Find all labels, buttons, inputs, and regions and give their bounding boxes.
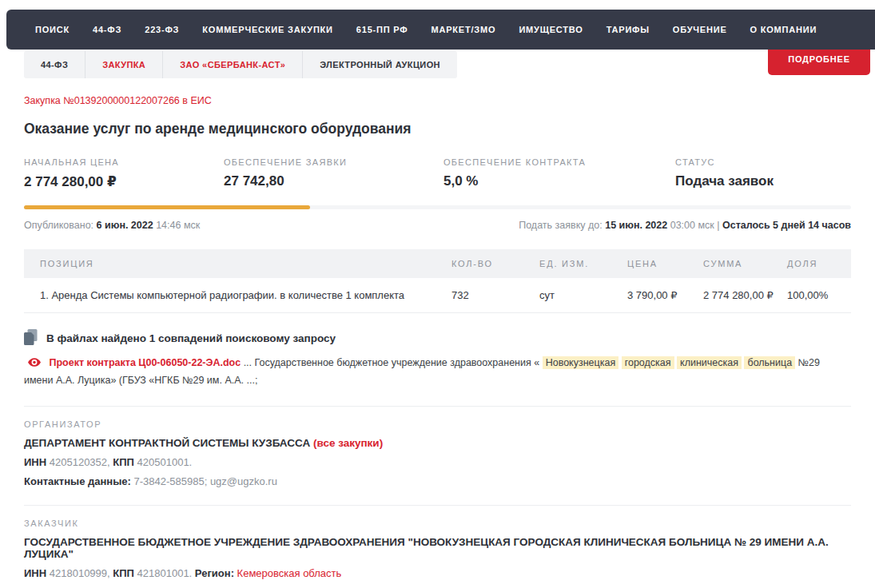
nav-item-223fz[interactable]: 223-ФЗ — [145, 25, 179, 34]
nav-item-market-zmo[interactable]: МАРКЕТ/ЗМО — [432, 25, 496, 34]
stat-contract-security: ОБЕСПЕЧЕНИЕ КОНТРАКТА 5,0 % — [443, 157, 675, 190]
files-match-text: В файлах найдено 1 совпадений поисковому… — [46, 332, 336, 344]
top-navigation: ПОИСК 44-ФЗ 223-ФЗ КОММЕРЧЕСКИЕ ЗАКУПКИ … — [6, 10, 875, 50]
stat-value: 27 742,80 — [224, 173, 443, 189]
highlighted-word: больница — [744, 356, 795, 369]
nav-item-615pp[interactable]: 615-ПП РФ — [356, 25, 408, 34]
progress-fill — [24, 205, 310, 209]
files-match-section: В файлах найдено 1 совпадений поисковому… — [24, 329, 851, 388]
cell-unit: сут — [539, 278, 627, 313]
stat-initial-price: НАЧАЛЬНАЯ ЦЕНА 2 774 280,00 ₽ — [24, 157, 224, 190]
table-header-row: ПОЗИЦИЯ КОЛ-ВО ЕД. ИЗМ. ЦЕНА СУММА ДОЛЯ — [24, 249, 851, 278]
stat-label: ОБЕСПЕЧЕНИЕ ЗАЯВКИ — [224, 157, 443, 167]
highlighted-word: городская — [622, 356, 674, 369]
purchase-title: Оказание услуг по аренде медицинского об… — [24, 121, 851, 137]
column-header-price: ЦЕНА — [627, 249, 703, 278]
nav-item-property[interactable]: ИМУЩЕСТВО — [519, 25, 583, 34]
nav-item-about[interactable]: О КОМПАНИИ — [750, 25, 817, 34]
nav-item-search[interactable]: ПОИСК — [35, 25, 70, 34]
tag-44fz[interactable]: 44-ФЗ — [24, 51, 85, 78]
customer-name: ГОСУДАРСТВЕННОЕ БЮДЖЕТНОЕ УЧРЕЖДЕНИЕ ЗДР… — [24, 536, 851, 560]
section-divider — [24, 505, 851, 506]
customer-section: ЗАКАЗЧИК ГОСУДАРСТВЕННОЕ БЮДЖЕТНОЕ УЧРЕЖ… — [24, 518, 851, 588]
files-match-header: В файлах найдено 1 совпадений поисковому… — [24, 329, 851, 348]
tag-platform-sberbank-ast[interactable]: ЗАО «СБЕРБАНК-АСТ» — [162, 51, 302, 78]
cell-quantity: 732 — [451, 278, 539, 313]
column-header-quantity: КОЛ-ВО — [451, 249, 539, 278]
organizer-inn-kpp: ИНН 4205120352, КПП 420501001. — [24, 456, 851, 468]
cell-price: 3 790,00 ₽ — [627, 278, 703, 313]
section-divider — [24, 406, 851, 407]
nav-item-44fz[interactable]: 44-ФЗ — [93, 25, 121, 34]
page: ПОИСК 44-ФЗ 223-ФЗ КОММЕРЧЕСКИЕ ЗАКУПКИ … — [0, 0, 875, 588]
nav-item-training[interactable]: ОБУЧЕНИЕ — [673, 25, 727, 34]
tag-electronic-auction[interactable]: ЭЛЕКТРОННЫЙ АУКЦИОН — [302, 51, 457, 78]
highlighted-word: клиническая — [677, 356, 742, 369]
status-badge: Подача заявок — [675, 173, 851, 189]
organizer-section-label: ОРГАНИЗАТОР — [24, 419, 851, 429]
organizer-contacts: Контактные данные: 7-3842-585985; ugz@ug… — [24, 475, 851, 487]
snippet-before: ... Государственное бюджетное учреждение… — [244, 357, 540, 368]
dates-row: Опубликовано: 6 июн. 2022 14:46 мск Пода… — [24, 220, 851, 231]
tag-purchase[interactable]: ЗАКУПКА — [85, 51, 162, 78]
cell-sum: 2 774 280,00 ₽ — [703, 278, 787, 313]
organizer-section: ОРГАНИЗАТОР ДЕПАРТАМЕНТ КОНТРАКТНОЙ СИСТ… — [24, 419, 851, 487]
stats-row: НАЧАЛЬНАЯ ЦЕНА 2 774 280,00 ₽ ОБЕСПЕЧЕНИ… — [24, 157, 851, 190]
highlighted-word: Новокузнецкая — [543, 356, 619, 369]
eye-icon[interactable] — [28, 358, 43, 369]
file-match-line: Проект контракта Ц00-06050-22-ЭА.doc ...… — [24, 355, 851, 388]
file-link[interactable]: Проект контракта Ц00-06050-22-ЭА.doc — [49, 357, 241, 368]
stat-label: ОБЕСПЕЧЕНИЕ КОНТРАКТА — [443, 157, 675, 167]
column-header-share: ДОЛЯ — [787, 249, 851, 278]
region-link[interactable]: Кемеровская область — [237, 567, 342, 579]
customer-inn-kpp-region: ИНН 4218010999, КПП 421801001. Регион: К… — [24, 567, 851, 579]
stat-bid-security: ОБЕСПЕЧЕНИЕ ЗАЯВКИ 27 742,80 — [224, 157, 443, 190]
deadline-info: Подать заявку до: 15 июн. 2022 03:00 мск… — [519, 220, 851, 231]
stat-label: НАЧАЛЬНАЯ ЦЕНА — [24, 157, 224, 167]
nav-item-tariffs[interactable]: ТАРИФЫ — [607, 25, 650, 34]
copy-pages-icon — [24, 329, 38, 348]
organizer-name: ДЕПАРТАМЕНТ КОНТРАКТНОЙ СИСТЕМЫ КУЗБАССА… — [24, 437, 851, 449]
column-header-position: ПОЗИЦИЯ — [24, 249, 451, 278]
purchase-eis-link[interactable]: Закупка №0139200000122007266 в ЕИС — [24, 95, 212, 106]
stat-status: СТАТУС Подача заявок — [675, 157, 851, 190]
nav-item-commercial[interactable]: КОММЕРЧЕСКИЕ ЗАКУПКИ — [202, 25, 333, 34]
tags-bar: 44-ФЗ ЗАКУПКА ЗАО «СБЕРБАНК-АСТ» ЭЛЕКТРО… — [24, 51, 457, 78]
column-header-unit: ЕД. ИЗМ. — [539, 249, 627, 278]
positions-table: ПОЗИЦИЯ КОЛ-ВО ЕД. ИЗМ. ЦЕНА СУММА ДОЛЯ … — [24, 249, 851, 313]
column-header-sum: СУММА — [703, 249, 787, 278]
table-row: 1. Аренда Системы компьютерной радиограф… — [24, 278, 851, 313]
all-purchases-link[interactable]: (все закупки) — [313, 437, 383, 449]
customer-section-label: ЗАКАЗЧИК — [24, 518, 851, 528]
progress-bar — [24, 205, 851, 209]
stat-value: 5,0 % — [443, 173, 675, 189]
cell-share: 100,00% — [787, 278, 851, 313]
cell-position: 1. Аренда Системы компьютерной радиограф… — [24, 278, 451, 313]
stat-value: 2 774 280,00 ₽ — [24, 173, 224, 190]
stat-label: СТАТУС — [675, 157, 851, 167]
published-info: Опубликовано: 6 июн. 2022 14:46 мск — [24, 220, 200, 231]
